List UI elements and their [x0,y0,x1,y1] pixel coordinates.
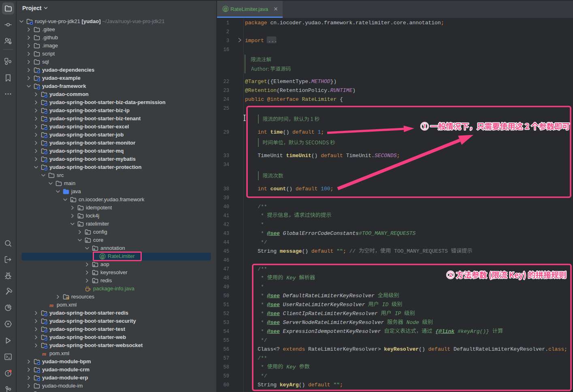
svg-text:/**: /** [258,204,267,210]
svg-text:default: default [296,186,321,192]
svg-text:/**: /** [258,266,267,272]
svg-text:TOO_MANY_REQUESTS: TOO_MANY_REQUESTS [391,248,451,254]
svg-text:GlobalErrorCodeConstants: GlobalErrorCodeConstants [283,230,359,236]
svg-text://: // [349,248,359,254]
svg-text:;: ; [564,346,567,352]
svg-text:SECONDS: SECONDS [375,153,397,159]
svg-text:;: ; [321,129,324,135]
svg-text:): ) [352,87,356,94]
svg-text:60: 60 [224,382,229,388]
svg-text:;: ; [340,382,343,388]
svg-text:44: 44 [224,240,229,245]
svg-text:(): () [299,382,308,388]
svg-text:default: default [292,129,317,135]
svg-text:class: class [548,346,564,352]
svg-text:TimeUnit: TimeUnit [346,153,371,159]
svg-text:*/: */ [261,337,267,343]
svg-text:25: 25 [224,106,229,111]
svg-text:*: * [261,275,267,281]
svg-text:@Target: @Target [245,79,267,85]
svg-text:.: . [308,79,311,85]
svg-text:100: 100 [321,186,330,192]
svg-text:*: * [261,320,267,326]
svg-text:56: 56 [224,347,229,352]
svg-text:55: 55 [224,338,229,343]
svg-text:3: 3 [226,38,229,44]
svg-text:{: { [340,96,343,102]
svg-text:count: count [270,186,286,192]
svg-text:keyResolver: keyResolver [384,346,419,352]
svg-text:ID: ID [379,302,392,308]
svg-text:40: 40 [224,204,229,210]
svg-text:34: 34 [224,162,229,168]
svg-text:{@link: {@link [435,328,454,334]
svg-text:int: int [258,186,270,192]
svg-text:.: . [371,153,375,159]
svg-text:ExpressionIdempotentKeyResolve: ExpressionIdempotentKeyResolver [283,328,381,334]
svg-text:({: ({ [267,79,274,85]
svg-text:*: * [261,284,264,290]
svg-text:*: * [261,311,267,317]
svg-text:1: 1 [226,20,229,26]
svg-text:16: 16 [224,47,229,53]
svg-text:(: ( [277,87,280,94]
svg-text:1: 1 [317,129,321,135]
svg-text:String: String [258,382,280,388]
svg-text:*: * [261,328,267,334]
svg-text:@see: @see [267,230,280,236]
svg-text:(): () [283,129,292,135]
svg-text:49: 49 [224,284,229,290]
svg-text:Key: Key [286,275,296,281]
svg-text:*/: */ [261,373,267,379]
svg-text:43: 43 [224,231,229,236]
svg-text:Class<?: Class<? [258,346,283,352]
svg-text:ElementType: ElementType [273,79,308,85]
svg-text:23: 23 [224,88,229,94]
svg-text:2: 2 [226,29,229,35]
svg-text:22: 22 [224,79,229,85]
svg-text:default: default [428,346,454,352]
svg-text:keyArg: keyArg [280,382,299,388]
svg-text:TimeUnit: TimeUnit [258,153,286,159]
svg-text:45: 45 [224,249,229,254]
svg-text:46: 46 [224,258,229,263]
svg-text:33: 33 [224,153,229,159]
svg-text:UserRateLimiterKeyResolver: UserRateLimiterKeyResolver [283,302,365,308]
svg-text:;: ; [330,186,334,192]
svg-text:(): () [302,248,311,254]
svg-text:;: ; [397,153,400,159]
svg-text:/**: /** [258,355,267,361]
svg-text:53: 53 [224,320,229,326]
svg-text:Node: Node [403,320,422,326]
svg-text:#keyArg()}: #keyArg()} [454,328,489,334]
svg-text:(): () [286,186,295,192]
svg-text:*/: */ [261,239,267,245]
svg-text:.: . [545,346,548,352]
svg-text:DefaultRateLimiterKeyResolver: DefaultRateLimiterKeyResolver [454,346,545,352]
svg-text:@see: @see [267,293,280,299]
svg-text:(): () [311,153,321,159]
svg-text:39: 39 [224,195,229,201]
svg-text:@Retention: @Retention [245,87,277,94]
svg-text:RateLimiterKeyResolver>: RateLimiterKeyResolver> [308,346,384,352]
svg-text:@see: @see [267,320,280,326]
svg-text:default: default [308,382,333,388]
svg-text:*: * [261,364,267,370]
svg-text:57: 57 [224,356,229,361]
svg-text:*: * [261,213,267,219]
svg-text:default: default [311,248,337,254]
svg-text:51: 51 [224,302,229,308]
svg-text:METHOD: METHOD [311,79,330,85]
svg-text:@interface: @interface [267,96,302,102]
svg-text:*: * [261,230,267,236]
svg-text:}): }) [330,79,337,85]
svg-text:38: 38 [224,186,229,192]
svg-text:extends: extends [283,346,308,352]
svg-text:timeUnit: timeUnit [286,153,311,159]
svg-text:package: package [245,20,270,26]
svg-text:RetentionPolicy: RetentionPolicy [280,87,327,94]
svg-text:*: * [261,293,267,299]
svg-text:...: ... [268,38,277,44]
svg-text:52: 52 [224,311,229,317]
svg-text:default: default [321,153,346,159]
